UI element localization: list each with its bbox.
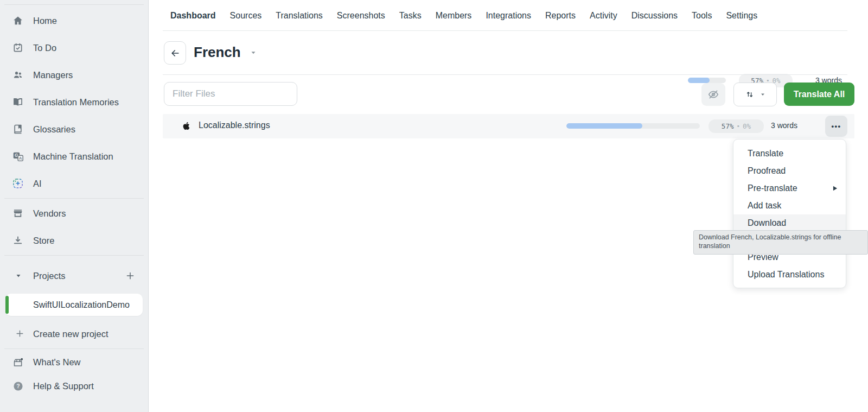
sidebar-item-glossaries[interactable]: Glossaries	[0, 116, 148, 143]
sidebar-item-managers[interactable]: Managers	[0, 61, 148, 88]
sidebar-item-store[interactable]: Store	[0, 227, 148, 254]
machine-translation-icon: G A	[12, 150, 24, 162]
menu-item-label: Pre-translate	[748, 183, 797, 193]
project-tabs: Dashboard Sources Translations Screensho…	[149, 0, 868, 31]
sidebar-item-home[interactable]: Home	[0, 7, 148, 34]
chevron-down-icon	[760, 91, 766, 98]
menu-item-pre-translate[interactable]: Pre-translate	[733, 180, 846, 197]
file-progress-badge: 57% • 0%	[709, 119, 764, 133]
menu-item-translate[interactable]: Translate	[733, 145, 846, 162]
arrow-left-icon	[170, 48, 181, 59]
filter-files-input[interactable]	[164, 82, 297, 106]
sort-files-button[interactable]	[733, 83, 777, 106]
svg-text:A: A	[19, 156, 22, 161]
file-row[interactable]: Localizable.strings 57% • 0% 3 words •••	[163, 114, 854, 138]
create-project-label: Create new project	[33, 329, 108, 339]
tab-sources[interactable]: Sources	[230, 11, 262, 21]
sidebar-item-label: Vendors	[33, 208, 66, 219]
sidebar-item-translation-memories[interactable]: Translation Memories	[0, 88, 148, 116]
sort-arrows-icon	[745, 90, 755, 99]
todo-icon	[12, 42, 24, 54]
chevron-down-icon[interactable]	[15, 272, 22, 279]
sidebar-item-create-project[interactable]: Create new project	[0, 320, 148, 347]
tab-members[interactable]: Members	[436, 11, 472, 21]
projects-label: Projects	[33, 271, 66, 281]
download-tooltip: Download French, Localizable.strings for…	[693, 230, 868, 255]
toggle-hidden-files-button[interactable]	[701, 83, 725, 106]
submenu-arrow-icon	[833, 186, 838, 191]
home-icon	[12, 15, 24, 27]
sidebar-item-label: Translation Memories	[33, 97, 119, 107]
sidebar-divider	[4, 255, 144, 256]
sidebar-divider	[4, 198, 144, 199]
apple-platform-icon	[183, 122, 190, 130]
approved-percent: 0%	[743, 122, 751, 130]
vendors-icon	[12, 207, 24, 219]
tab-discussions[interactable]: Discussions	[631, 11, 678, 21]
file-word-count: 3 words	[771, 121, 797, 130]
sidebar-item-label: Glossaries	[33, 124, 75, 135]
sidebar-item-whats-new[interactable]: What's New	[0, 350, 148, 374]
tab-screenshots[interactable]: Screenshots	[337, 11, 385, 21]
translation-memories-icon	[12, 96, 24, 108]
tab-reports[interactable]: Reports	[545, 11, 576, 21]
project-name: SwiftUILocalizationDemo	[33, 300, 130, 310]
separator-dot: •	[736, 123, 740, 130]
sidebar-item-ai[interactable]: AI	[0, 170, 148, 197]
file-context-menu: Translate Proofread Pre-translate Add ta…	[733, 139, 846, 288]
menu-item-proofread[interactable]: Proofread	[733, 162, 846, 180]
store-icon	[12, 234, 24, 246]
svg-text:?: ?	[16, 383, 20, 389]
sidebar-divider	[4, 4, 144, 5]
chevron-down-icon[interactable]	[250, 49, 257, 56]
menu-item-upload-translations[interactable]: Upload Translations	[733, 266, 846, 283]
add-project-icon[interactable]	[125, 271, 135, 281]
help-icon: ?	[12, 380, 24, 392]
eye-off-icon	[707, 88, 719, 100]
tab-activity[interactable]: Activity	[590, 11, 617, 21]
page-title: French	[194, 44, 241, 61]
tab-integrations[interactable]: Integrations	[486, 11, 531, 21]
tab-translations[interactable]: Translations	[276, 11, 323, 21]
sidebar-item-label: What's New	[33, 357, 81, 367]
glossaries-icon	[12, 123, 24, 135]
sidebar-projects-header: Projects	[0, 262, 148, 289]
sidebar-item-vendors[interactable]: Vendors	[0, 200, 148, 227]
file-progress-fill	[566, 123, 642, 129]
main-content: Dashboard Sources Translations Screensho…	[149, 0, 868, 412]
sidebar-item-label: AI	[33, 179, 42, 189]
sidebar-item-label: Home	[33, 16, 57, 26]
files-toolbar: Translate All	[149, 75, 868, 114]
tab-tools[interactable]: Tools	[692, 11, 712, 21]
page-header: French 57% • 0% 3 words	[149, 31, 868, 75]
translate-all-button[interactable]: Translate All	[784, 83, 854, 106]
menu-item-add-task[interactable]: Add task	[733, 197, 846, 214]
file-progress-bar	[566, 123, 700, 129]
file-name: Localizable.strings	[199, 121, 270, 130]
sidebar-item-label: Help & Support	[33, 381, 94, 391]
sidebar-item-label: Machine Translation	[33, 151, 113, 162]
sidebar-item-label: To Do	[33, 43, 56, 53]
sidebar-item-machine-translation[interactable]: G A Machine Translation	[0, 143, 148, 170]
tab-tasks[interactable]: Tasks	[399, 11, 422, 21]
tab-settings[interactable]: Settings	[726, 11, 757, 21]
sidebar-item-label: Managers	[33, 70, 73, 80]
sidebar-item-help[interactable]: ? Help & Support	[0, 374, 148, 398]
sidebar-item-label: Store	[33, 236, 54, 246]
menu-item-download[interactable]: Download	[733, 214, 846, 232]
file-more-button[interactable]: •••	[825, 116, 847, 137]
translated-percent: 57%	[722, 122, 734, 130]
managers-icon	[12, 69, 24, 81]
sidebar: Home To Do Managers Translation Memories…	[0, 0, 149, 412]
sidebar-item-todo[interactable]: To Do	[0, 34, 148, 61]
back-button[interactable]	[164, 41, 186, 65]
plus-icon	[15, 329, 25, 339]
ai-icon	[12, 178, 24, 189]
sidebar-item-selected-project[interactable]: SwiftUILocalizationDemo	[5, 294, 143, 316]
project-active-indicator	[5, 296, 9, 314]
whats-new-icon	[12, 356, 24, 368]
tab-dashboard[interactable]: Dashboard	[170, 11, 216, 21]
sidebar-divider	[4, 348, 144, 349]
